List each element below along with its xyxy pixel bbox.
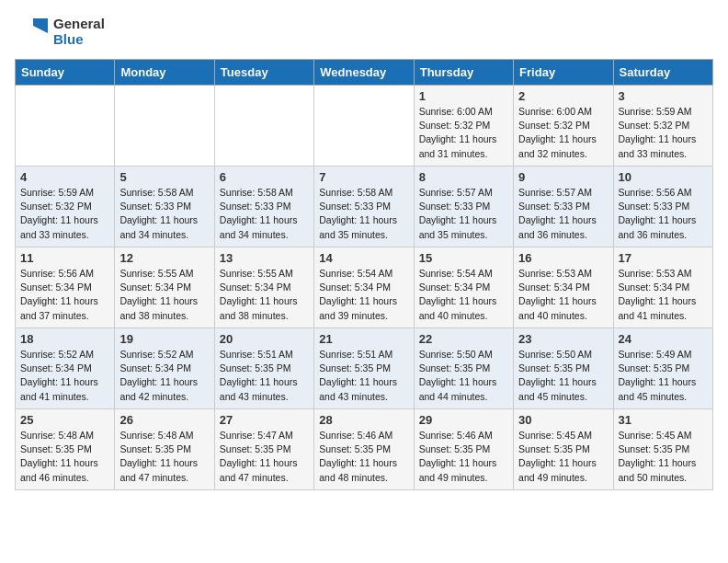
day-info: Sunrise: 5:46 AMSunset: 5:35 PMDaylight:…	[319, 429, 408, 485]
calendar-week-row: 4Sunrise: 5:59 AMSunset: 5:32 PMDaylight…	[16, 167, 713, 247]
day-number: 29	[419, 413, 508, 427]
day-number: 1	[419, 89, 508, 103]
day-number: 13	[220, 251, 309, 265]
calendar-cell: 24Sunrise: 5:49 AMSunset: 5:35 PMDayligh…	[613, 328, 712, 409]
calendar-cell: 31Sunrise: 5:45 AMSunset: 5:35 PMDayligh…	[613, 409, 712, 490]
day-info: Sunrise: 5:55 AMSunset: 5:34 PMDaylight:…	[220, 267, 309, 323]
calendar-cell: 18Sunrise: 5:52 AMSunset: 5:34 PMDayligh…	[16, 328, 115, 409]
day-info: Sunrise: 5:47 AMSunset: 5:35 PMDaylight:…	[220, 429, 309, 485]
weekday-header-monday: Monday	[115, 60, 214, 86]
weekday-header-friday: Friday	[514, 60, 613, 86]
calendar-cell: 2Sunrise: 6:00 AMSunset: 5:32 PMDaylight…	[514, 86, 613, 167]
day-info: Sunrise: 5:50 AMSunset: 5:35 PMDaylight:…	[419, 348, 508, 404]
calendar-cell: 22Sunrise: 5:50 AMSunset: 5:35 PMDayligh…	[414, 328, 513, 409]
calendar-cell: 5Sunrise: 5:58 AMSunset: 5:33 PMDaylight…	[115, 167, 214, 247]
calendar-cell	[314, 86, 414, 167]
day-number: 22	[419, 332, 508, 346]
calendar-cell: 19Sunrise: 5:52 AMSunset: 5:34 PMDayligh…	[115, 328, 214, 409]
day-number: 11	[20, 251, 109, 265]
day-number: 17	[619, 251, 708, 265]
calendar-cell: 12Sunrise: 5:55 AMSunset: 5:34 PMDayligh…	[115, 247, 214, 328]
page-header: GeneralBlue	[15, 15, 713, 48]
day-info: Sunrise: 5:45 AMSunset: 5:35 PMDaylight:…	[619, 429, 708, 485]
calendar-cell: 1Sunrise: 6:00 AMSunset: 5:32 PMDaylight…	[414, 86, 513, 167]
day-info: Sunrise: 5:56 AMSunset: 5:34 PMDaylight:…	[20, 267, 109, 323]
day-number: 3	[619, 89, 708, 103]
calendar-week-row: 25Sunrise: 5:48 AMSunset: 5:35 PMDayligh…	[16, 409, 713, 490]
calendar-cell: 16Sunrise: 5:53 AMSunset: 5:34 PMDayligh…	[514, 247, 613, 328]
day-number: 4	[20, 170, 109, 184]
day-info: Sunrise: 5:57 AMSunset: 5:33 PMDaylight:…	[419, 186, 508, 242]
calendar-header-row: SundayMondayTuesdayWednesdayThursdayFrid…	[16, 60, 713, 86]
day-number: 16	[518, 251, 608, 265]
day-info: Sunrise: 5:49 AMSunset: 5:35 PMDaylight:…	[619, 348, 708, 404]
weekday-header-saturday: Saturday	[613, 60, 712, 86]
day-info: Sunrise: 5:59 AMSunset: 5:32 PMDaylight:…	[20, 186, 109, 242]
calendar-cell: 20Sunrise: 5:51 AMSunset: 5:35 PMDayligh…	[214, 328, 313, 409]
day-info: Sunrise: 5:56 AMSunset: 5:33 PMDaylight:…	[619, 186, 708, 242]
day-number: 18	[20, 332, 109, 346]
calendar-cell	[214, 86, 313, 167]
weekday-header-thursday: Thursday	[414, 60, 513, 86]
day-number: 28	[319, 413, 408, 427]
calendar-cell: 7Sunrise: 5:58 AMSunset: 5:33 PMDaylight…	[314, 167, 414, 247]
day-number: 20	[220, 332, 309, 346]
day-info: Sunrise: 5:53 AMSunset: 5:34 PMDaylight:…	[518, 267, 608, 323]
calendar-cell: 8Sunrise: 5:57 AMSunset: 5:33 PMDaylight…	[414, 167, 513, 247]
calendar-cell: 10Sunrise: 5:56 AMSunset: 5:33 PMDayligh…	[613, 167, 712, 247]
day-info: Sunrise: 5:58 AMSunset: 5:33 PMDaylight:…	[119, 186, 209, 242]
day-number: 15	[419, 251, 508, 265]
logo: GeneralBlue	[15, 15, 105, 48]
day-number: 31	[619, 413, 708, 427]
day-info: Sunrise: 5:51 AMSunset: 5:35 PMDaylight:…	[220, 348, 309, 404]
day-info: Sunrise: 5:53 AMSunset: 5:34 PMDaylight:…	[619, 267, 708, 323]
calendar-week-row: 11Sunrise: 5:56 AMSunset: 5:34 PMDayligh…	[16, 247, 713, 328]
day-info: Sunrise: 5:54 AMSunset: 5:34 PMDaylight:…	[419, 267, 508, 323]
day-info: Sunrise: 5:57 AMSunset: 5:33 PMDaylight:…	[518, 186, 608, 242]
day-info: Sunrise: 6:00 AMSunset: 5:32 PMDaylight:…	[518, 105, 608, 161]
day-number: 27	[220, 413, 309, 427]
day-info: Sunrise: 5:48 AMSunset: 5:35 PMDaylight:…	[20, 429, 109, 485]
calendar-week-row: 1Sunrise: 6:00 AMSunset: 5:32 PMDaylight…	[16, 86, 713, 167]
calendar-cell: 25Sunrise: 5:48 AMSunset: 5:35 PMDayligh…	[16, 409, 115, 490]
day-info: Sunrise: 5:51 AMSunset: 5:35 PMDaylight:…	[319, 348, 408, 404]
day-info: Sunrise: 5:58 AMSunset: 5:33 PMDaylight:…	[220, 186, 309, 242]
calendar-cell: 21Sunrise: 5:51 AMSunset: 5:35 PMDayligh…	[314, 328, 414, 409]
calendar-cell: 17Sunrise: 5:53 AMSunset: 5:34 PMDayligh…	[613, 247, 712, 328]
weekday-header-tuesday: Tuesday	[214, 60, 313, 86]
calendar-cell: 26Sunrise: 5:48 AMSunset: 5:35 PMDayligh…	[115, 409, 214, 490]
day-number: 26	[119, 413, 209, 427]
day-info: Sunrise: 5:52 AMSunset: 5:34 PMDaylight:…	[20, 348, 109, 404]
calendar-cell: 4Sunrise: 5:59 AMSunset: 5:32 PMDaylight…	[16, 167, 115, 247]
calendar-cell	[16, 86, 115, 167]
day-number: 30	[518, 413, 608, 427]
day-number: 7	[319, 170, 408, 184]
day-info: Sunrise: 5:58 AMSunset: 5:33 PMDaylight:…	[319, 186, 408, 242]
calendar-cell: 14Sunrise: 5:54 AMSunset: 5:34 PMDayligh…	[314, 247, 414, 328]
calendar-cell: 9Sunrise: 5:57 AMSunset: 5:33 PMDaylight…	[514, 167, 613, 247]
calendar-cell: 29Sunrise: 5:46 AMSunset: 5:35 PMDayligh…	[414, 409, 513, 490]
day-info: Sunrise: 5:52 AMSunset: 5:34 PMDaylight:…	[119, 348, 209, 404]
calendar-cell: 3Sunrise: 5:59 AMSunset: 5:32 PMDaylight…	[613, 86, 712, 167]
day-number: 8	[419, 170, 508, 184]
day-number: 19	[119, 332, 209, 346]
weekday-header-wednesday: Wednesday	[314, 60, 414, 86]
day-info: Sunrise: 5:48 AMSunset: 5:35 PMDaylight:…	[119, 429, 209, 485]
calendar-cell: 30Sunrise: 5:45 AMSunset: 5:35 PMDayligh…	[514, 409, 613, 490]
calendar-cell: 15Sunrise: 5:54 AMSunset: 5:34 PMDayligh…	[414, 247, 513, 328]
day-number: 14	[319, 251, 408, 265]
calendar-table: SundayMondayTuesdayWednesdayThursdayFrid…	[15, 59, 713, 490]
calendar-cell: 23Sunrise: 5:50 AMSunset: 5:35 PMDayligh…	[514, 328, 613, 409]
day-info: Sunrise: 5:54 AMSunset: 5:34 PMDaylight:…	[319, 267, 408, 323]
day-info: Sunrise: 5:45 AMSunset: 5:35 PMDaylight:…	[518, 429, 608, 485]
day-number: 9	[518, 170, 608, 184]
weekday-header-sunday: Sunday	[16, 60, 115, 86]
calendar-week-row: 18Sunrise: 5:52 AMSunset: 5:34 PMDayligh…	[16, 328, 713, 409]
day-number: 2	[518, 89, 608, 103]
calendar-cell: 27Sunrise: 5:47 AMSunset: 5:35 PMDayligh…	[214, 409, 313, 490]
day-number: 23	[518, 332, 608, 346]
logo-general: General	[53, 16, 105, 31]
day-number: 12	[119, 251, 209, 265]
day-number: 6	[220, 170, 309, 184]
calendar-cell: 13Sunrise: 5:55 AMSunset: 5:34 PMDayligh…	[214, 247, 313, 328]
